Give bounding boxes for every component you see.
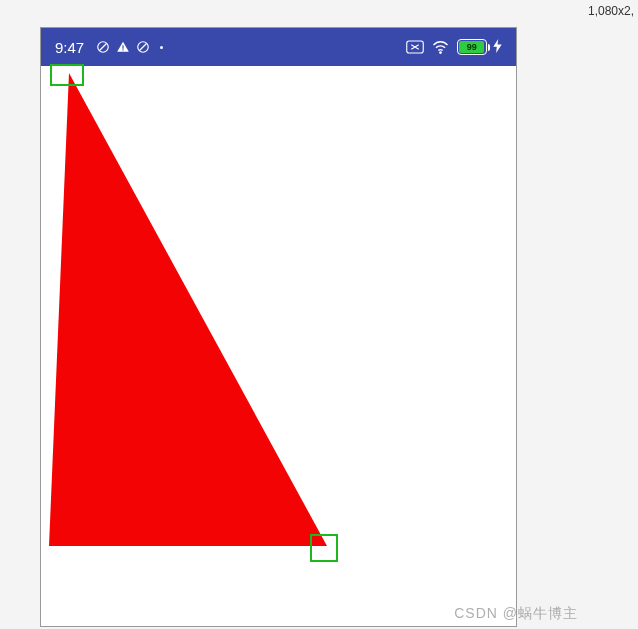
status-bar-left: 9:47: [55, 39, 163, 56]
svg-rect-2: [123, 45, 124, 49]
app-canvas[interactable]: [41, 66, 516, 626]
svg-line-1: [100, 44, 107, 51]
charging-bolt-icon: [493, 39, 502, 56]
svg-line-5: [140, 44, 147, 51]
dimension-label: 1,080x2,: [588, 4, 634, 18]
notification-dot: [160, 46, 163, 49]
do-not-disturb-icon: [96, 40, 110, 54]
battery-indicator: 99: [457, 39, 502, 56]
selection-marker-bottom[interactable]: [310, 534, 338, 562]
svg-point-7: [440, 52, 441, 53]
battery-percent: 99: [459, 41, 484, 53]
watermark-text: CSDN @蜗牛博主: [454, 605, 578, 623]
wifi-icon: [432, 40, 449, 54]
status-bar: 9:47: [41, 28, 516, 66]
reject-icon: [136, 40, 150, 54]
device-frame: 9:47: [40, 27, 517, 627]
status-bar-right: 99: [406, 39, 502, 56]
warning-icon: [116, 40, 130, 54]
clock-time: 9:47: [55, 39, 84, 56]
selection-marker-top[interactable]: [50, 64, 84, 86]
red-triangle: [49, 66, 349, 570]
keyboard-box-icon: [406, 40, 424, 54]
svg-marker-8: [49, 73, 327, 546]
svg-rect-3: [123, 49, 124, 50]
